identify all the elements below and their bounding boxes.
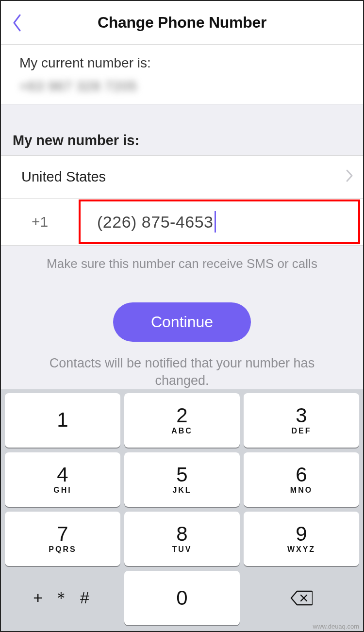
key-2[interactable]: 2ABC [124,393,240,448]
key-symbols[interactable]: + ＊ # [5,571,120,625]
key-8[interactable]: 8TUV [124,512,240,566]
text-cursor [215,211,216,233]
key-4[interactable]: 4GHI [5,452,120,507]
key-3[interactable]: 3DEF [244,393,359,448]
current-number-section: My current number is: +63 967 328 7205 [1,45,363,104]
key-6[interactable]: 6MNO [244,452,359,507]
key-backspace[interactable] [244,571,359,625]
key-0[interactable]: 0 [124,571,240,625]
header: Change Phone Number [1,1,363,45]
chevron-left-icon [12,14,22,32]
sms-hint: Make sure this number can receive SMS or… [15,256,349,271]
key-9[interactable]: 9WXYZ [244,512,359,566]
key-7[interactable]: 7PQRS [5,512,120,566]
backspace-icon [290,590,313,606]
current-number-value: +63 967 328 7205 [1,76,363,104]
key-1[interactable]: 1 [5,393,120,448]
country-name: United States [21,169,106,185]
watermark: www.deuaq.com [313,623,359,630]
notify-note: Contacts will be notified that your numb… [15,354,349,390]
current-number-label: My current number is: [1,45,363,76]
key-5[interactable]: 5JKL [124,452,240,507]
phone-number-input[interactable]: (226) 875-4653 [79,200,360,244]
phone-input-row: +1 (226) 875-4653 [1,199,363,246]
chevron-right-icon [346,167,353,186]
country-selector[interactable]: United States [1,156,363,199]
numeric-keypad: 1 2ABC 3DEF 4GHI 5JKL 6MNO 7PQRS 8TUV 9W… [1,389,363,631]
page-title: Change Phone Number [1,14,363,32]
phone-number-value: (226) 875-4653 [97,213,214,232]
continue-button[interactable]: Continue [113,302,251,342]
new-number-label: My new number is: [1,104,363,156]
back-button[interactable] [10,13,24,33]
dial-code[interactable]: +1 [1,199,79,245]
